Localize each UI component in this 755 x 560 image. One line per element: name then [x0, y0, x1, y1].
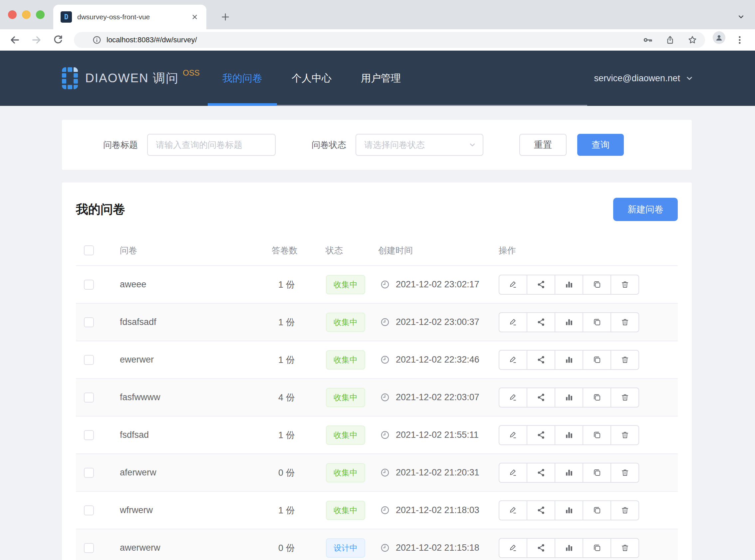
- user-menu[interactable]: service@diaowen.net: [594, 51, 694, 106]
- row-checkbox[interactable]: [84, 317, 94, 327]
- share-button[interactable]: [527, 312, 555, 332]
- row-checkbox[interactable]: [84, 280, 94, 289]
- share-button[interactable]: [527, 350, 555, 370]
- created-time: 2021-12-02 21:15:18: [396, 543, 479, 553]
- window-minimize-button[interactable]: [22, 10, 30, 19]
- survey-status-select[interactable]: 请选择问卷状态: [355, 134, 483, 156]
- window-close-button[interactable]: [8, 10, 17, 19]
- table-row: ewerwer 1 份 收集中 2021-12-02 22:32:46: [76, 341, 678, 379]
- url-text[interactable]: localhost:8083/#/dw/survey/: [106, 36, 631, 44]
- main-nav: 我的问卷 个人中心 用户管理: [208, 51, 415, 106]
- survey-title-input[interactable]: [147, 134, 276, 156]
- clock-icon: [380, 392, 390, 402]
- password-key-icon[interactable]: [642, 35, 653, 45]
- row-checkbox[interactable]: [84, 430, 94, 440]
- stats-button[interactable]: [555, 463, 583, 483]
- url-bar[interactable]: localhost:8083/#/dw/survey/: [74, 32, 705, 48]
- browser-profile-avatar[interactable]: [713, 31, 726, 44]
- share-button[interactable]: [527, 275, 555, 295]
- edit-button[interactable]: [499, 538, 527, 558]
- copy-button[interactable]: [583, 538, 611, 558]
- browser-tab[interactable]: D dwsurvey-oss-front-vue: [53, 5, 206, 29]
- row-actions: [499, 463, 639, 483]
- delete-button[interactable]: [611, 350, 639, 370]
- row-actions: [499, 387, 639, 407]
- search-button[interactable]: 查询: [577, 134, 624, 156]
- nav-item-user-management[interactable]: 用户管理: [346, 51, 415, 106]
- user-email: service@diaowen.net: [594, 73, 680, 84]
- nav-item-my-surveys[interactable]: 我的问卷: [208, 51, 277, 106]
- answer-count: 0 份: [278, 467, 295, 479]
- tab-search-chevron-icon[interactable]: [734, 10, 748, 23]
- window-zoom-button[interactable]: [36, 10, 45, 19]
- delete-button[interactable]: [611, 387, 639, 407]
- delete-button[interactable]: [611, 538, 639, 558]
- edit-button[interactable]: [499, 350, 527, 370]
- copy-button[interactable]: [583, 275, 611, 295]
- delete-button[interactable]: [611, 500, 639, 520]
- row-checkbox[interactable]: [84, 393, 94, 402]
- copy-button[interactable]: [583, 500, 611, 520]
- edit-button[interactable]: [499, 312, 527, 332]
- row-checkbox[interactable]: [84, 468, 94, 478]
- stats-button[interactable]: [555, 425, 583, 445]
- edit-button[interactable]: [499, 425, 527, 445]
- row-checkbox[interactable]: [84, 505, 94, 515]
- copy-button[interactable]: [583, 387, 611, 407]
- clock-icon: [380, 430, 390, 440]
- status-badge: 收集中: [326, 425, 365, 445]
- stats-button[interactable]: [555, 500, 583, 520]
- copy-button[interactable]: [583, 425, 611, 445]
- nav-item-profile[interactable]: 个人中心: [277, 51, 346, 106]
- browser-menu-icon[interactable]: [732, 32, 747, 48]
- site-info-icon[interactable]: [92, 35, 102, 45]
- share-button[interactable]: [527, 538, 555, 558]
- row-checkbox[interactable]: [84, 355, 94, 365]
- edit-button[interactable]: [499, 387, 527, 407]
- delete-button[interactable]: [611, 312, 639, 332]
- edit-button[interactable]: [499, 463, 527, 483]
- tab-close-icon[interactable]: [190, 13, 199, 21]
- select-all-checkbox[interactable]: [84, 245, 94, 255]
- copy-button[interactable]: [583, 312, 611, 332]
- share-button[interactable]: [527, 500, 555, 520]
- back-icon[interactable]: [7, 32, 23, 48]
- created-time: 2021-12-02 23:02:17: [396, 279, 479, 289]
- table-row: fsdfsad 1 份 收集中 2021-12-02 21:55:11: [76, 417, 678, 454]
- table-row: fasfwwww 4 份 收集中 2021-12-02 22:03:07: [76, 379, 678, 417]
- share-button[interactable]: [527, 463, 555, 483]
- reset-button[interactable]: 重置: [519, 134, 567, 156]
- favicon: D: [61, 11, 72, 23]
- brand-logo[interactable]: DIAOWEN 调问 OSS: [62, 51, 200, 106]
- answer-count: 0 份: [278, 542, 295, 554]
- stats-button[interactable]: [555, 350, 583, 370]
- answer-count: 1 份: [278, 504, 295, 516]
- stats-button[interactable]: [555, 275, 583, 295]
- col-answers: 答卷数: [272, 245, 298, 256]
- share-page-icon[interactable]: [665, 35, 675, 45]
- col-actions: 操作: [499, 245, 516, 256]
- stats-button[interactable]: [555, 387, 583, 407]
- stats-button[interactable]: [555, 312, 583, 332]
- share-button[interactable]: [527, 425, 555, 445]
- row-actions: [499, 538, 639, 558]
- row-checkbox[interactable]: [84, 543, 94, 553]
- delete-button[interactable]: [611, 275, 639, 295]
- delete-button[interactable]: [611, 425, 639, 445]
- forward-icon[interactable]: [28, 32, 45, 48]
- survey-name: wfrwerw: [120, 505, 153, 515]
- new-tab-button[interactable]: [217, 9, 234, 25]
- copy-button[interactable]: [583, 463, 611, 483]
- bookmark-star-icon[interactable]: [687, 35, 698, 45]
- reload-icon[interactable]: [50, 32, 66, 48]
- edit-button[interactable]: [499, 500, 527, 520]
- filter-panel: 问卷标题 问卷状态 请选择问卷状态 重置 查询: [62, 120, 692, 170]
- share-button[interactable]: [527, 387, 555, 407]
- survey-name: fdsafsadf: [120, 317, 157, 327]
- clock-icon: [380, 279, 390, 289]
- stats-button[interactable]: [555, 538, 583, 558]
- create-survey-button[interactable]: 新建问卷: [613, 198, 678, 221]
- copy-button[interactable]: [583, 350, 611, 370]
- edit-button[interactable]: [499, 275, 527, 295]
- delete-button[interactable]: [611, 463, 639, 483]
